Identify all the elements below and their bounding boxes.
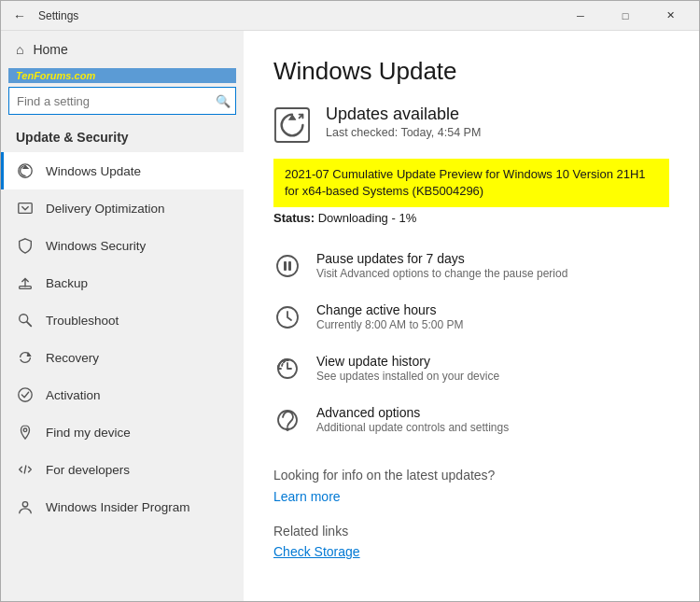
sidebar-section-title: Update & Security	[1, 126, 244, 152]
sidebar-item-recovery[interactable]: Recovery	[1, 339, 244, 376]
update-status-title: Updates available	[326, 105, 481, 124]
main-layout: ⌂ Home TenForums.com 🔍 Update & Security…	[1, 31, 699, 601]
related-link[interactable]: Check Storage	[273, 544, 669, 559]
svg-point-9	[277, 256, 298, 276]
related-links-list: Check Storage	[273, 544, 669, 559]
search-icon: 🔍	[216, 94, 231, 108]
option-subtitle-advanced-options: Additional update controls and settings	[316, 421, 509, 434]
troubleshoot-icon	[16, 311, 35, 329]
update-last-checked: Last checked: Today, 4:54 PM	[326, 126, 481, 139]
svg-point-4	[19, 388, 32, 401]
option-title-view-update-history: View update history	[316, 354, 499, 369]
home-label: Home	[33, 42, 67, 57]
svg-rect-11	[288, 261, 291, 271]
svg-point-5	[23, 428, 27, 432]
maximize-button[interactable]: □	[604, 1, 647, 31]
info-title: Looking for info on the latest updates?	[273, 468, 669, 483]
option-subtitle-view-update-history: See updates installed on your device	[316, 370, 499, 383]
option-title-change-active-hours: Change active hours	[316, 302, 463, 317]
sidebar-item-windows-security[interactable]: Windows Security	[1, 227, 244, 264]
find-my-device-icon	[16, 423, 35, 441]
update-status-info: Updates available Last checked: Today, 4…	[326, 105, 481, 139]
search-container: 🔍	[8, 87, 236, 115]
status-value: Downloading - 1%	[318, 211, 417, 225]
page-title: Windows Update	[273, 57, 669, 86]
for-developers-icon	[16, 460, 35, 479]
sidebar-item-troubleshoot[interactable]: Troubleshoot	[1, 301, 244, 339]
view-update-history-icon	[273, 355, 301, 383]
sidebar-item-home[interactable]: ⌂ Home	[1, 31, 244, 68]
update-header: Updates available Last checked: Today, 4…	[273, 105, 669, 144]
watermark: TenForums.com	[8, 68, 236, 83]
sidebar-item-label-troubleshoot: Troubleshoot	[46, 314, 119, 328]
update-available-icon	[273, 106, 311, 144]
sidebar-item-backup[interactable]: Backup	[1, 264, 244, 301]
activation-icon	[16, 385, 35, 404]
sidebar-item-label-for-developers: For developers	[46, 463, 130, 477]
option-title-advanced-options: Advanced options	[316, 405, 509, 420]
sidebar-item-delivery-optimization[interactable]: Delivery Optimization	[1, 189, 244, 227]
sidebar-items-list: Windows UpdateDelivery OptimizationWindo…	[1, 152, 244, 525]
option-pause-updates[interactable]: Pause updates for 7 daysVisit Advanced o…	[273, 240, 669, 291]
related-title: Related links	[273, 524, 669, 539]
related-section: Related links Check Storage	[273, 524, 669, 559]
titlebar: ← Settings ─ □ ✕	[1, 1, 699, 31]
option-text-view-update-history: View update historySee updates installed…	[316, 354, 499, 383]
sidebar-item-label-recovery: Recovery	[46, 351, 99, 365]
learn-more-link[interactable]: Learn more	[273, 489, 341, 504]
option-text-change-active-hours: Change active hoursCurrently 8:00 AM to …	[316, 302, 463, 331]
search-input[interactable]	[8, 87, 236, 115]
sidebar-item-for-developers[interactable]: For developers	[1, 451, 244, 488]
backup-icon	[16, 273, 35, 292]
option-title-pause-updates: Pause updates for 7 days	[316, 251, 567, 266]
sidebar-item-windows-update[interactable]: Windows Update	[1, 152, 244, 189]
option-change-active-hours[interactable]: Change active hoursCurrently 8:00 AM to …	[273, 291, 669, 343]
svg-point-15	[287, 428, 288, 430]
recovery-icon	[16, 348, 35, 367]
sidebar-item-label-windows-update: Windows Update	[46, 164, 141, 178]
sidebar-item-label-delivery-optimization: Delivery Optimization	[46, 202, 165, 216]
sidebar-item-find-my-device[interactable]: Find my device	[1, 413, 244, 451]
content-area: Windows Update Updates available Last ch…	[244, 31, 699, 601]
sidebar-item-label-windows-insider: Windows Insider Program	[46, 500, 190, 514]
option-advanced-options[interactable]: Advanced optionsAdditional update contro…	[273, 394, 669, 445]
option-text-advanced-options: Advanced optionsAdditional update contro…	[316, 405, 509, 434]
sidebar-item-activation[interactable]: Activation	[1, 376, 244, 413]
advanced-options-icon	[273, 406, 301, 434]
update-status-line: Status: Downloading - 1%	[273, 211, 669, 225]
sidebar-item-label-windows-security: Windows Security	[46, 239, 146, 253]
window-controls: ─ □ ✕	[559, 1, 692, 31]
sidebar-item-label-find-my-device: Find my device	[46, 426, 131, 440]
svg-rect-2	[20, 287, 32, 289]
windows-update-icon	[16, 161, 35, 180]
windows-insider-icon	[16, 497, 35, 516]
option-subtitle-change-active-hours: Currently 8:00 AM to 5:00 PM	[316, 318, 463, 331]
titlebar-title: Settings	[38, 9, 78, 22]
svg-line-6	[24, 466, 26, 474]
svg-rect-10	[284, 261, 287, 271]
option-text-pause-updates: Pause updates for 7 daysVisit Advanced o…	[316, 251, 567, 280]
sidebar-item-label-activation: Activation	[46, 388, 101, 402]
windows-security-icon	[16, 236, 35, 255]
back-button[interactable]: ←	[8, 5, 31, 27]
sidebar-item-windows-insider[interactable]: Windows Insider Program	[1, 488, 244, 525]
option-subtitle-pause-updates: Visit Advanced options to change the pau…	[316, 267, 567, 280]
minimize-button[interactable]: ─	[559, 1, 602, 31]
update-highlight-text: 2021-07 Cumulative Update Preview for Wi…	[273, 159, 669, 207]
status-label: Status:	[273, 211, 315, 225]
svg-rect-1	[19, 203, 32, 214]
change-active-hours-icon	[273, 303, 301, 331]
svg-rect-8	[275, 108, 309, 142]
svg-point-7	[22, 502, 27, 507]
pause-updates-icon	[273, 252, 301, 280]
options-list: Pause updates for 7 daysVisit Advanced o…	[273, 240, 669, 445]
sidebar-item-label-backup: Backup	[46, 276, 88, 290]
option-view-update-history[interactable]: View update historySee updates installed…	[273, 343, 669, 394]
close-button[interactable]: ✕	[649, 1, 692, 31]
info-section: Looking for info on the latest updates? …	[273, 468, 669, 505]
delivery-optimization-icon	[16, 199, 35, 217]
home-icon: ⌂	[16, 42, 23, 57]
sidebar: ⌂ Home TenForums.com 🔍 Update & Security…	[1, 31, 244, 601]
